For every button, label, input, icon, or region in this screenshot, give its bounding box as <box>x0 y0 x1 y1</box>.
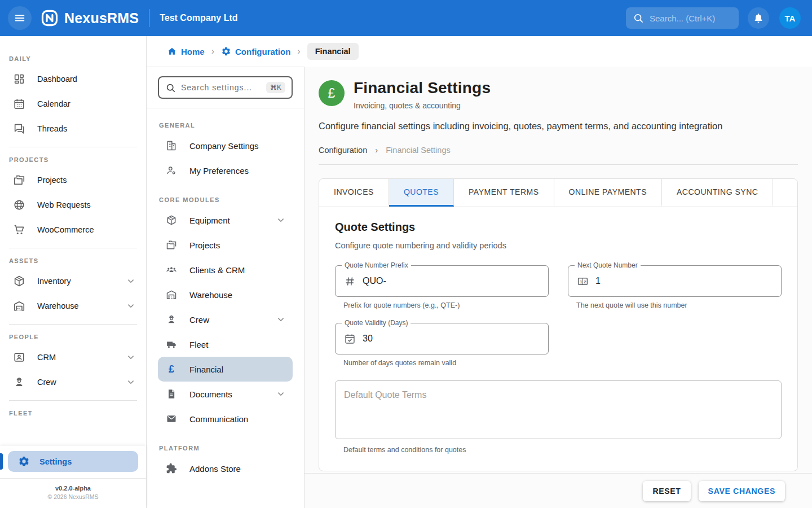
sidebar-item-calendar[interactable]: Calendar <box>0 91 146 116</box>
chevron-down-icon <box>276 314 286 325</box>
sidebar-divider <box>9 147 137 147</box>
folders-icon <box>166 239 177 251</box>
settings-item-financial[interactable]: £ Financial <box>158 357 293 382</box>
gear-icon <box>221 46 231 56</box>
settings-section-platform: PLATFORM <box>159 445 293 452</box>
settings-section-general: GENERAL <box>159 122 293 129</box>
section-title: Quote Settings <box>335 221 782 234</box>
settings-item-equipment[interactable]: Equipment <box>158 208 293 233</box>
warehouse-icon <box>166 289 177 300</box>
sidebar-footer: Settings v0.2.0-alpha © 2026 NexusRMS <box>0 446 146 508</box>
menu-button[interactable] <box>8 6 32 30</box>
breadcrumb-home-label: Home <box>181 47 205 56</box>
settings-item-company-settings[interactable]: Company Settings <box>158 133 293 158</box>
quote-validity-input[interactable] <box>363 334 540 344</box>
tab-accounting-sync[interactable]: ACCOUNTING SYNC <box>662 179 773 207</box>
sidebar-item-woocommerce[interactable]: WooCommerce <box>0 217 146 242</box>
number-pin-icon <box>577 275 589 287</box>
envelope-icon <box>166 413 177 424</box>
settings-item-communication[interactable]: Communication <box>158 406 293 431</box>
tab-online-payments[interactable]: ONLINE PAYMENTS <box>554 179 662 207</box>
sub-breadcrumb-current: Financial Settings <box>386 146 450 155</box>
global-search-input[interactable] <box>650 14 732 23</box>
field-label: Quote Number Prefix <box>342 261 411 269</box>
quote-number-prefix-input[interactable] <box>363 276 540 286</box>
sidebar-item-label: Threads <box>37 124 67 133</box>
gear-icon <box>18 456 30 467</box>
settings-search-input[interactable] <box>181 83 261 92</box>
active-accent-bar <box>0 453 3 470</box>
next-quote-number-input[interactable] <box>595 276 773 286</box>
settings-item-projects[interactable]: Projects <box>158 233 293 257</box>
globe-icon <box>13 199 25 211</box>
tab-invoices[interactable]: INVOICES <box>319 179 389 207</box>
cube-icon <box>166 214 177 226</box>
hash-icon <box>344 275 356 287</box>
next-quote-number-field[interactable]: Next Quote Number <box>568 265 782 297</box>
global-search[interactable] <box>626 7 739 29</box>
header-divider <box>319 164 798 165</box>
sidebar-item-threads[interactable]: Threads <box>0 116 146 141</box>
settings-item-my-preferences[interactable]: My Preferences <box>158 158 293 183</box>
settings-item-documents[interactable]: Documents <box>158 382 293 406</box>
puzzle-icon <box>166 463 177 474</box>
save-changes-button[interactable]: SAVE CHANGES <box>699 481 785 501</box>
quote-number-prefix-field[interactable]: Quote Number Prefix <box>335 265 549 297</box>
reset-button[interactable]: RESET <box>643 481 690 501</box>
notifications-button[interactable] <box>748 7 769 29</box>
sidebar-item-label: CRM <box>37 353 56 362</box>
calendar-icon <box>13 98 25 110</box>
sidebar-item-warehouse[interactable]: Warehouse <box>0 294 146 318</box>
sidebar-item-label: WooCommerce <box>37 225 94 234</box>
sidebar-item-projects[interactable]: Projects <box>0 168 146 192</box>
breadcrumb-separator: › <box>297 46 300 56</box>
sidebar-item-crm[interactable]: CRM <box>0 345 146 370</box>
main-panel: £ Financial Settings Invoicing, quotes &… <box>304 67 812 508</box>
page-subtitle: Invoicing, quotes & accounting <box>354 101 491 110</box>
sidebar-item-label: Warehouse <box>37 301 79 310</box>
sidebar-item-inventory[interactable]: Inventory <box>0 269 146 294</box>
sidebar-section-daily: DAILY <box>9 55 146 62</box>
chevron-down-icon <box>276 389 286 399</box>
save-bar: RESET SAVE CHANGES <box>304 473 812 508</box>
field-helper: Prefix for quote numbers (e.g., QTE-) <box>343 301 549 309</box>
settings-item-crew[interactable]: Crew <box>158 307 293 332</box>
chat-icon <box>13 122 25 135</box>
contact-card-icon <box>13 351 25 364</box>
sidebar-item-dashboard[interactable]: Dashboard <box>0 67 146 91</box>
page-description: Configure financial settings including i… <box>319 121 798 132</box>
field-label: Quote Validity (Days) <box>342 319 411 327</box>
settings-item-addons-store[interactable]: Addons Store <box>158 456 293 481</box>
sidebar-item-settings[interactable]: Settings <box>8 451 138 472</box>
settings-item-warehouse[interactable]: Warehouse <box>158 282 293 307</box>
sidebar-item-crew[interactable]: Crew <box>0 370 146 395</box>
tab-quotes[interactable]: QUOTES <box>389 179 454 207</box>
sidebar-section-assets: ASSETS <box>9 257 146 264</box>
topbar: NexusRMS Test Company Ltd TA <box>0 0 812 36</box>
home-icon <box>167 46 177 56</box>
sidebar-item-web-requests[interactable]: Web Requests <box>0 192 146 217</box>
default-quote-terms-textarea[interactable] <box>335 380 782 439</box>
settings-item-label: Projects <box>189 240 220 250</box>
tab-payment-terms[interactable]: PAYMENT TERMS <box>454 179 554 207</box>
field-helper: Number of days quotes remain valid <box>343 359 549 367</box>
settings-search[interactable]: ⌘K <box>158 76 293 99</box>
warehouse-icon <box>13 300 25 312</box>
section-subtitle: Configure quote numbering and validity p… <box>335 241 782 250</box>
settings-item-clients-crm[interactable]: Clients & CRM <box>158 257 293 282</box>
field-helper: Default terms and conditions for quotes <box>343 446 782 454</box>
settings-item-label: Company Settings <box>189 141 259 151</box>
settings-nav: ⌘K GENERAL Company Settings My Preferenc… <box>147 67 304 508</box>
chevron-down-icon <box>126 301 136 311</box>
quote-validity-field[interactable]: Quote Validity (Days) <box>335 323 549 354</box>
user-avatar[interactable]: TA <box>779 7 801 29</box>
footer-divider <box>0 478 146 479</box>
pound-icon: £ <box>166 364 177 375</box>
settings-item-fleet[interactable]: Fleet <box>158 332 293 357</box>
breadcrumb-home[interactable]: Home <box>167 46 205 56</box>
breadcrumb-configuration[interactable]: Configuration <box>221 46 290 56</box>
building-icon <box>166 140 177 151</box>
settings-item-label: Crew <box>189 315 209 325</box>
breadcrumb: Home › Configuration › Financial <box>147 36 812 67</box>
sub-breadcrumb-parent[interactable]: Configuration <box>319 146 367 155</box>
